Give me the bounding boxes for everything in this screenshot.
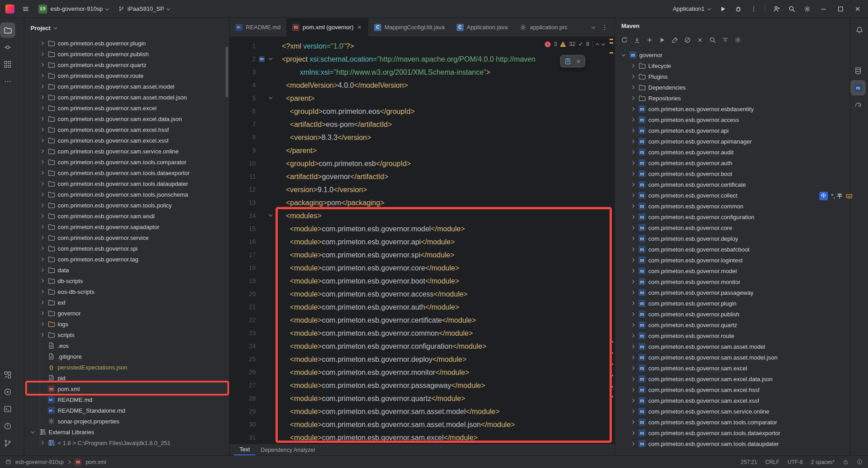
code-line[interactable]: <module>com.primeton.esb.governor.sam.as… bbox=[282, 418, 615, 431]
services-tool-icon[interactable] bbox=[0, 367, 15, 382]
chevron-right-icon[interactable] bbox=[631, 345, 634, 348]
line-number[interactable]: 19 bbox=[230, 274, 276, 288]
project-tree-item[interactable]: com.primeton.esb.governor.spi bbox=[24, 243, 229, 254]
chevron-right-icon[interactable] bbox=[40, 63, 44, 67]
chevron-right-icon[interactable] bbox=[631, 366, 634, 370]
settings-icon[interactable] bbox=[800, 2, 814, 16]
line-number[interactable]: 15 bbox=[230, 222, 276, 235]
error-stripe-mark[interactable] bbox=[610, 396, 613, 397]
maven-tree-item[interactable]: mcom.primeton.esb.governor.quartz bbox=[615, 320, 850, 330]
maven-tree-item[interactable]: mcom.primeton.eos.governor.esbdasentity bbox=[615, 104, 850, 114]
editor-view-tab[interactable]: Dependency Analyzer bbox=[255, 444, 321, 455]
line-number[interactable]: 24 bbox=[230, 340, 276, 353]
chevron-right-icon[interactable] bbox=[40, 139, 44, 142]
download-sources-icon[interactable] bbox=[631, 34, 643, 46]
line-number[interactable]: 9 bbox=[230, 144, 276, 157]
line-number[interactable]: 3 bbox=[230, 66, 276, 79]
project-tree-item[interactable]: com.primeton.esb.governor.sam.asset.mode… bbox=[24, 81, 229, 92]
add-maven-project-icon[interactable] bbox=[644, 34, 656, 46]
search-icon[interactable] bbox=[707, 34, 719, 46]
project-tree-item[interactable]: scripts bbox=[24, 329, 229, 340]
chevron-right-icon[interactable] bbox=[40, 322, 44, 326]
error-stripe-mark[interactable] bbox=[610, 42, 613, 44]
maven-tree-item[interactable]: mcom.primeton.esb.governor.publish bbox=[615, 309, 850, 320]
project-tree-item[interactable]: com.primeton.esb.governor.sam.tools.data… bbox=[24, 178, 229, 189]
commit-tool-icon[interactable] bbox=[0, 40, 15, 55]
error-stripe-mark[interactable] bbox=[610, 375, 613, 376]
terminal-tool-icon[interactable] bbox=[0, 401, 15, 417]
editor[interactable]: 12m3456789101112131415161718192021222324… bbox=[230, 37, 615, 444]
chevron-right-icon[interactable] bbox=[631, 64, 634, 68]
maven-tree-item[interactable]: mcom.primeton.esb.governor.sam.excel.hss… bbox=[615, 384, 850, 395]
chevron-right-icon[interactable] bbox=[40, 149, 44, 153]
hidden-tabs-icon[interactable] bbox=[592, 25, 595, 28]
maven-tree-item[interactable]: mcom.primeton.esb.governor.sam.tools.dat… bbox=[615, 428, 850, 438]
maven-tree-item[interactable]: mcom.primeton.esb.governor.monitor bbox=[615, 276, 850, 287]
debug-button[interactable] bbox=[732, 2, 745, 16]
chevron-right-icon[interactable] bbox=[40, 52, 44, 56]
project-tree-item[interactable]: governor bbox=[24, 308, 229, 319]
main-menu-icon[interactable] bbox=[19, 2, 32, 16]
project-tree-item[interactable]: com.primeton.esb.governor.sam.excel.data… bbox=[24, 113, 229, 124]
database-tool-icon[interactable] bbox=[850, 63, 866, 78]
maven-tree-item[interactable]: mcom.primeton.esb.governor.route bbox=[615, 330, 850, 341]
status-info-icon[interactable] bbox=[857, 459, 863, 465]
maven-tree-item[interactable]: mcom.primeton.esb.governor.core bbox=[615, 222, 850, 233]
search-everywhere-icon[interactable] bbox=[785, 2, 799, 16]
maven-tree-item[interactable]: mcom.primeton.esb.governor.apimanager bbox=[615, 136, 850, 147]
chevron-right-icon[interactable] bbox=[631, 442, 634, 446]
project-tree-item[interactable]: External Libraries bbox=[24, 427, 229, 437]
line-number[interactable]: 14 bbox=[230, 209, 276, 222]
chevron-right-icon[interactable] bbox=[631, 291, 634, 294]
line-number[interactable]: 5 bbox=[230, 92, 276, 105]
floating-widget[interactable] bbox=[560, 55, 585, 68]
line-number[interactable]: 29 bbox=[230, 405, 276, 418]
maven-tree-item[interactable]: mcom.primeton.esb.governor.sam.asset.mod… bbox=[615, 341, 850, 352]
clipboard-icon[interactable] bbox=[564, 58, 571, 65]
chevron-right-icon[interactable] bbox=[631, 420, 634, 424]
error-stripe-mark[interactable] bbox=[610, 386, 613, 387]
line-number[interactable]: 27 bbox=[230, 379, 276, 392]
code-line[interactable]: </parent> bbox=[282, 144, 615, 157]
maven-tree-item[interactable]: mcom.primeton.esb.governor.sam.excel.xss… bbox=[615, 395, 850, 406]
error-stripe-mark[interactable] bbox=[610, 341, 613, 342]
editor-code[interactable]: <?xml version="1.0"?><project xsi:schema… bbox=[276, 37, 615, 444]
maven-tree-item[interactable]: mcom.primeton.esb.governor.api bbox=[615, 125, 850, 136]
code-line[interactable]: <module>com.primeton.esb.governor.config… bbox=[282, 340, 615, 353]
chevron-right-icon[interactable] bbox=[631, 237, 634, 240]
editor-tab[interactable]: CApplication.java bbox=[451, 18, 514, 36]
editor-view-tab[interactable]: Text bbox=[234, 444, 255, 455]
project-tree-item[interactable]: pid bbox=[24, 373, 229, 383]
filter-icon[interactable] bbox=[719, 34, 731, 46]
error-stripe-mark[interactable] bbox=[610, 364, 613, 365]
code-line[interactable]: xmlns:xsi="http://www.w3.org/2001/XMLSch… bbox=[282, 66, 615, 79]
project-tree-item[interactable]: com.primeton.esb.governor.service bbox=[24, 232, 229, 243]
chevron-right-icon[interactable] bbox=[631, 431, 634, 435]
chevron-right-icon[interactable] bbox=[631, 226, 634, 230]
chevron-right-icon[interactable] bbox=[40, 106, 44, 110]
chevron-right-icon[interactable] bbox=[40, 279, 44, 283]
project-tree-item[interactable]: sonar-project.properties bbox=[24, 416, 229, 427]
more-actions-icon[interactable] bbox=[747, 2, 760, 16]
maximize-button[interactable] bbox=[833, 2, 848, 16]
project-tree-item[interactable]: com.primeton.esb.governor.sam.tools.data… bbox=[24, 167, 229, 178]
chevron-right-icon[interactable] bbox=[40, 117, 44, 121]
chevron-right-icon[interactable] bbox=[631, 75, 634, 78]
chevron-right-icon[interactable] bbox=[40, 301, 44, 304]
chevron-right-icon[interactable] bbox=[631, 280, 634, 284]
next-problem-icon[interactable] bbox=[601, 42, 605, 45]
line-number[interactable]: 2m bbox=[230, 53, 276, 66]
code-line[interactable]: <module>com.primeton.esb.governor.quartz… bbox=[282, 392, 615, 405]
line-number[interactable]: 7 bbox=[230, 118, 276, 131]
maven-tree-item[interactable]: mcom.primeton.esb.governor.sam.tools.dat… bbox=[615, 438, 850, 449]
error-count[interactable]: 3 bbox=[554, 41, 557, 47]
run-button[interactable] bbox=[716, 2, 730, 16]
code-line[interactable]: <module>com.primeton.esb.governor.common… bbox=[282, 327, 615, 340]
project-panel-header[interactable]: Project bbox=[24, 18, 229, 38]
line-number[interactable]: 11 bbox=[230, 170, 276, 183]
version-control-tool-icon[interactable] bbox=[0, 436, 15, 451]
code-line[interactable]: <module>com.primeton.esb.governor.core</… bbox=[282, 261, 615, 274]
project-tree-item[interactable]: db-scripts bbox=[24, 275, 229, 286]
chevron-right-icon[interactable] bbox=[631, 107, 634, 111]
project-tree-item[interactable]: exf bbox=[24, 297, 229, 308]
